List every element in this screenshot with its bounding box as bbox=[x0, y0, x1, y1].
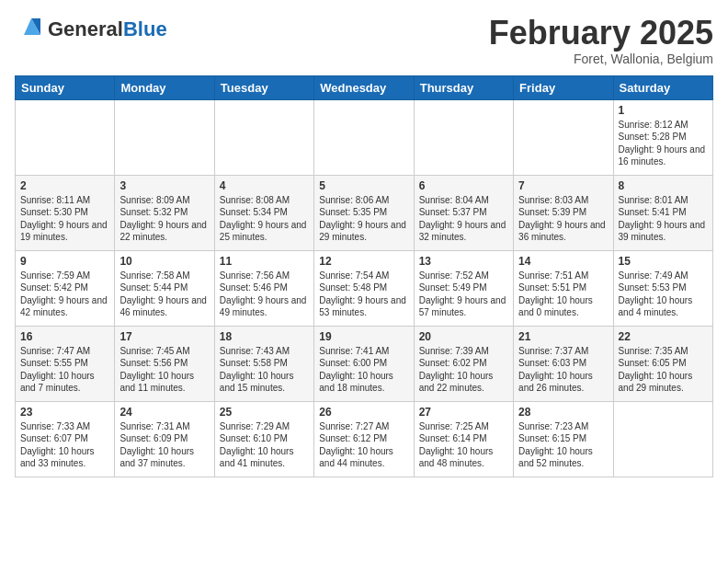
day-number: 5 bbox=[319, 179, 408, 192]
weekday-header: Wednesday bbox=[314, 75, 414, 99]
location-subtitle: Foret, Wallonia, Belgium bbox=[489, 52, 713, 66]
day-number: 18 bbox=[220, 330, 309, 343]
calendar-table: SundayMondayTuesdayWednesdayThursdayFrid… bbox=[15, 75, 713, 477]
day-number: 19 bbox=[319, 330, 408, 343]
day-number: 6 bbox=[419, 179, 508, 192]
weekday-header: Sunday bbox=[16, 75, 115, 99]
day-info: Sunrise: 7:43 AM Sunset: 5:58 PM Dayligh… bbox=[220, 345, 309, 395]
calendar-cell: 14Sunrise: 7:51 AM Sunset: 5:51 PM Dayli… bbox=[514, 250, 613, 326]
day-number: 8 bbox=[619, 179, 708, 192]
day-info: Sunrise: 7:31 AM Sunset: 6:09 PM Dayligh… bbox=[119, 420, 209, 470]
calendar-cell bbox=[414, 99, 513, 175]
weekday-header: Monday bbox=[115, 75, 214, 99]
calendar-cell bbox=[314, 99, 414, 175]
day-number: 27 bbox=[419, 406, 508, 419]
day-info: Sunrise: 7:47 AM Sunset: 5:55 PM Dayligh… bbox=[20, 345, 109, 395]
weekday-header: Thursday bbox=[414, 75, 513, 99]
day-info: Sunrise: 7:59 AM Sunset: 5:42 PM Dayligh… bbox=[20, 270, 109, 319]
day-info: Sunrise: 7:33 AM Sunset: 6:07 PM Dayligh… bbox=[20, 420, 109, 470]
calendar-cell: 28Sunrise: 7:23 AM Sunset: 6:15 PM Dayli… bbox=[514, 401, 613, 477]
day-info: Sunrise: 7:37 AM Sunset: 6:03 PM Dayligh… bbox=[518, 345, 608, 395]
calendar-cell: 21Sunrise: 7:37 AM Sunset: 6:03 PM Dayli… bbox=[514, 326, 613, 401]
day-info: Sunrise: 7:27 AM Sunset: 6:12 PM Dayligh… bbox=[319, 420, 408, 470]
calendar-cell: 2Sunrise: 8:11 AM Sunset: 5:30 PM Daylig… bbox=[16, 175, 115, 250]
calendar-week-row: 23Sunrise: 7:33 AM Sunset: 6:07 PM Dayli… bbox=[16, 401, 713, 477]
calendar-cell: 12Sunrise: 7:54 AM Sunset: 5:48 PM Dayli… bbox=[314, 250, 414, 326]
day-info: Sunrise: 7:56 AM Sunset: 5:46 PM Dayligh… bbox=[220, 270, 309, 319]
logo-text: GeneralBlue bbox=[48, 17, 167, 41]
calendar-cell: 23Sunrise: 7:33 AM Sunset: 6:07 PM Dayli… bbox=[16, 401, 115, 477]
day-info: Sunrise: 7:54 AM Sunset: 5:48 PM Dayligh… bbox=[319, 270, 408, 319]
day-info: Sunrise: 7:58 AM Sunset: 5:44 PM Dayligh… bbox=[119, 270, 209, 319]
weekday-header-row: SundayMondayTuesdayWednesdayThursdayFrid… bbox=[16, 75, 713, 99]
day-number: 22 bbox=[619, 330, 708, 343]
title-block: February 2025 Foret, Wallonia, Belgium bbox=[489, 15, 713, 66]
day-number: 25 bbox=[220, 406, 309, 419]
calendar-cell: 18Sunrise: 7:43 AM Sunset: 5:58 PM Dayli… bbox=[214, 326, 313, 401]
day-number: 2 bbox=[20, 179, 109, 192]
calendar-cell: 7Sunrise: 8:03 AM Sunset: 5:39 PM Daylig… bbox=[514, 175, 613, 250]
calendar-cell bbox=[214, 99, 313, 175]
day-info: Sunrise: 7:51 AM Sunset: 5:51 PM Dayligh… bbox=[518, 270, 608, 319]
calendar-cell: 13Sunrise: 7:52 AM Sunset: 5:49 PM Dayli… bbox=[414, 250, 513, 326]
weekday-header: Saturday bbox=[613, 75, 712, 99]
calendar-cell: 24Sunrise: 7:31 AM Sunset: 6:09 PM Dayli… bbox=[115, 401, 214, 477]
day-number: 7 bbox=[518, 179, 608, 192]
day-number: 24 bbox=[119, 406, 209, 419]
calendar-cell: 19Sunrise: 7:41 AM Sunset: 6:00 PM Dayli… bbox=[314, 326, 414, 401]
day-number: 15 bbox=[619, 255, 708, 268]
day-number: 20 bbox=[419, 330, 508, 343]
day-info: Sunrise: 7:45 AM Sunset: 5:56 PM Dayligh… bbox=[119, 345, 209, 395]
calendar-cell: 16Sunrise: 7:47 AM Sunset: 5:55 PM Dayli… bbox=[16, 326, 115, 401]
day-number: 26 bbox=[319, 406, 408, 419]
day-info: Sunrise: 7:29 AM Sunset: 6:10 PM Dayligh… bbox=[220, 420, 309, 470]
logo: GeneralBlue bbox=[15, 15, 167, 44]
day-number: 28 bbox=[518, 406, 608, 419]
day-number: 13 bbox=[419, 255, 508, 268]
calendar-cell: 10Sunrise: 7:58 AM Sunset: 5:44 PM Dayli… bbox=[115, 250, 214, 326]
calendar-cell: 9Sunrise: 7:59 AM Sunset: 5:42 PM Daylig… bbox=[16, 250, 115, 326]
calendar-cell bbox=[16, 99, 115, 175]
day-number: 4 bbox=[220, 179, 309, 192]
logo-icon bbox=[15, 15, 44, 44]
day-number: 3 bbox=[119, 179, 209, 192]
day-info: Sunrise: 8:04 AM Sunset: 5:37 PM Dayligh… bbox=[419, 194, 508, 244]
calendar-week-row: 16Sunrise: 7:47 AM Sunset: 5:55 PM Dayli… bbox=[16, 326, 713, 401]
day-info: Sunrise: 7:41 AM Sunset: 6:00 PM Dayligh… bbox=[319, 345, 408, 395]
weekday-header: Tuesday bbox=[214, 75, 313, 99]
calendar-week-row: 1Sunrise: 8:12 AM Sunset: 5:28 PM Daylig… bbox=[16, 99, 713, 175]
calendar-cell bbox=[613, 401, 712, 477]
calendar-cell: 11Sunrise: 7:56 AM Sunset: 5:46 PM Dayli… bbox=[214, 250, 313, 326]
calendar-cell: 20Sunrise: 7:39 AM Sunset: 6:02 PM Dayli… bbox=[414, 326, 513, 401]
calendar-week-row: 2Sunrise: 8:11 AM Sunset: 5:30 PM Daylig… bbox=[16, 175, 713, 250]
day-info: Sunrise: 8:12 AM Sunset: 5:28 PM Dayligh… bbox=[619, 119, 708, 168]
day-number: 12 bbox=[319, 255, 408, 268]
calendar-cell bbox=[514, 99, 613, 175]
day-number: 9 bbox=[20, 255, 109, 268]
day-number: 16 bbox=[20, 330, 109, 343]
calendar-cell: 8Sunrise: 8:01 AM Sunset: 5:41 PM Daylig… bbox=[613, 175, 712, 250]
calendar-cell: 15Sunrise: 7:49 AM Sunset: 5:53 PM Dayli… bbox=[613, 250, 712, 326]
calendar-cell: 5Sunrise: 8:06 AM Sunset: 5:35 PM Daylig… bbox=[314, 175, 414, 250]
calendar-cell: 22Sunrise: 7:35 AM Sunset: 6:05 PM Dayli… bbox=[613, 326, 712, 401]
day-info: Sunrise: 7:39 AM Sunset: 6:02 PM Dayligh… bbox=[419, 345, 508, 395]
day-number: 14 bbox=[518, 255, 608, 268]
day-number: 23 bbox=[20, 406, 109, 419]
day-info: Sunrise: 7:35 AM Sunset: 6:05 PM Dayligh… bbox=[619, 345, 708, 395]
day-number: 11 bbox=[220, 255, 309, 268]
page-header: GeneralBlue February 2025 Foret, Walloni… bbox=[15, 15, 713, 66]
day-number: 10 bbox=[119, 255, 209, 268]
day-number: 21 bbox=[518, 330, 608, 343]
day-number: 1 bbox=[619, 104, 708, 117]
day-info: Sunrise: 8:09 AM Sunset: 5:32 PM Dayligh… bbox=[119, 194, 209, 244]
day-info: Sunrise: 7:52 AM Sunset: 5:49 PM Dayligh… bbox=[419, 270, 508, 319]
calendar-cell: 17Sunrise: 7:45 AM Sunset: 5:56 PM Dayli… bbox=[115, 326, 214, 401]
calendar-cell: 27Sunrise: 7:25 AM Sunset: 6:14 PM Dayli… bbox=[414, 401, 513, 477]
day-info: Sunrise: 7:23 AM Sunset: 6:15 PM Dayligh… bbox=[518, 420, 608, 470]
calendar-cell: 25Sunrise: 7:29 AM Sunset: 6:10 PM Dayli… bbox=[214, 401, 313, 477]
day-info: Sunrise: 8:11 AM Sunset: 5:30 PM Dayligh… bbox=[20, 194, 109, 244]
calendar-week-row: 9Sunrise: 7:59 AM Sunset: 5:42 PM Daylig… bbox=[16, 250, 713, 326]
day-info: Sunrise: 8:03 AM Sunset: 5:39 PM Dayligh… bbox=[518, 194, 608, 244]
calendar-cell: 1Sunrise: 8:12 AM Sunset: 5:28 PM Daylig… bbox=[613, 99, 712, 175]
calendar-cell: 6Sunrise: 8:04 AM Sunset: 5:37 PM Daylig… bbox=[414, 175, 513, 250]
